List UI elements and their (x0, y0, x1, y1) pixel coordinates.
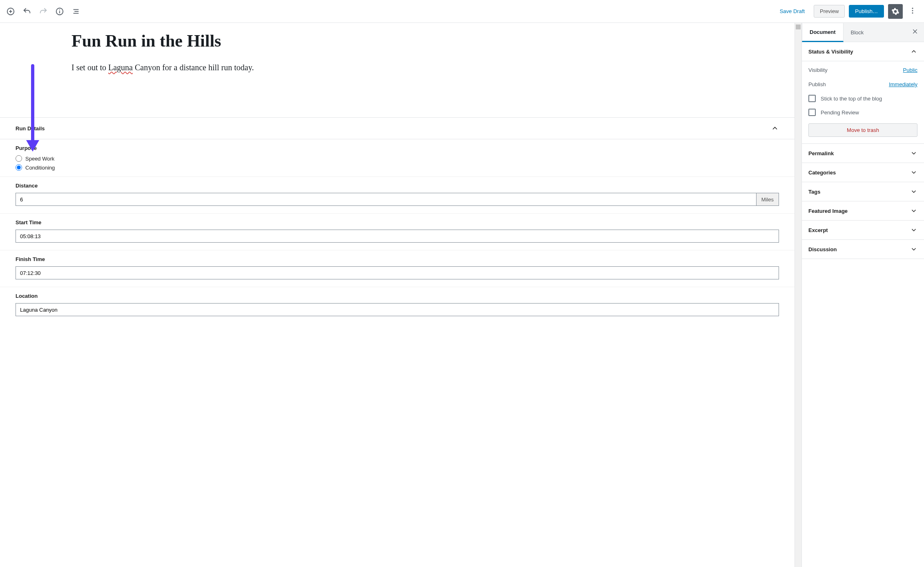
row-publish: Publish Immediately (808, 77, 917, 92)
chevron-down-icon (910, 246, 917, 253)
link-visibility-value[interactable]: Public (903, 67, 917, 73)
paragraph-text-pre: I set out to (71, 63, 108, 72)
panel-tags[interactable]: Tags (802, 182, 924, 201)
chevron-down-icon (910, 188, 917, 195)
radio-speed-work[interactable]: Speed Work (16, 155, 779, 162)
toolbar-right-group: Save Draft Preview Publish… (775, 4, 921, 19)
input-start-time[interactable] (16, 230, 779, 243)
checkbox-box-icon (808, 109, 816, 116)
radio-conditioning[interactable]: Conditioning (16, 164, 779, 171)
metabox-header-run-details[interactable]: Run Details (0, 118, 795, 139)
label-finish-time: Finish Time (16, 256, 779, 262)
panel-categories[interactable]: Categories (802, 163, 924, 182)
editor-scrollbar[interactable] (795, 23, 801, 567)
block-navigation-button[interactable] (69, 4, 83, 19)
svg-point-4 (59, 9, 60, 10)
panel-title-discussion: Discussion (808, 246, 837, 252)
tab-block[interactable]: Block (844, 24, 871, 41)
spellcheck-word: Laguna (108, 63, 133, 72)
move-to-trash-button[interactable]: Move to trash (808, 123, 917, 137)
field-finish-time: Finish Time (0, 250, 795, 287)
radio-input-speed-work[interactable] (16, 155, 22, 162)
undo-icon (22, 7, 31, 16)
redo-icon (39, 7, 48, 16)
field-start-time: Start Time (0, 214, 795, 250)
panel-body-status: Visibility Public Publish Immediately St… (802, 61, 924, 144)
paragraph-text-post: Canyon for a distance hill run today. (133, 63, 254, 72)
row-visibility: Visibility Public (808, 63, 917, 77)
post-paragraph[interactable]: I set out to Laguna Canyon for a distanc… (0, 55, 335, 80)
input-finish-time[interactable] (16, 266, 779, 279)
addon-distance-unit: Miles (757, 193, 779, 206)
more-vertical-icon (908, 7, 917, 15)
panel-title-excerpt: Excerpt (808, 227, 828, 233)
link-publish-value[interactable]: Immediately (889, 81, 917, 87)
annotation-arrow-icon (20, 62, 45, 156)
save-draft-button[interactable]: Save Draft (775, 5, 810, 18)
svg-point-11 (912, 12, 913, 13)
label-visibility: Visibility (808, 67, 828, 73)
list-icon (71, 7, 80, 16)
post-body: Fun Run in the Hills I set out to Laguna… (0, 23, 795, 97)
panel-title-permalink: Permalink (808, 150, 834, 156)
field-location: Location (0, 287, 795, 324)
panel-excerpt[interactable]: Excerpt (802, 221, 924, 240)
chevron-down-icon (910, 226, 917, 234)
info-icon (55, 7, 64, 16)
radio-label-conditioning: Conditioning (25, 165, 55, 171)
chevron-down-icon (910, 169, 917, 176)
field-distance: Distance Miles (0, 177, 795, 214)
panel-permalink[interactable]: Permalink (802, 144, 924, 163)
panel-status-visibility[interactable]: Status & Visibility (802, 42, 924, 61)
panel-title-categories: Categories (808, 170, 836, 176)
field-purpose: Purpose Speed Work Conditioning (0, 139, 795, 177)
undo-button[interactable] (20, 4, 34, 19)
label-distance: Distance (16, 183, 779, 189)
label-start-time: Start Time (16, 219, 779, 225)
gear-icon (891, 7, 899, 16)
chevron-down-icon (910, 150, 917, 157)
svg-point-9 (912, 8, 913, 9)
post-title[interactable]: Fun Run in the Hills (0, 23, 795, 55)
content-info-button[interactable] (52, 4, 67, 19)
checkbox-label-stick: Stick to the top of the blog (821, 96, 882, 102)
more-options-button[interactable] (907, 4, 918, 19)
checkbox-box-icon (808, 95, 816, 102)
panel-title-tags: Tags (808, 189, 820, 195)
settings-toggle-button[interactable] (888, 4, 903, 19)
checkbox-pending-review[interactable]: Pending Review (808, 105, 917, 119)
toolbar-left-group (3, 4, 83, 19)
preview-button[interactable]: Preview (814, 5, 845, 18)
input-location[interactable] (16, 303, 779, 316)
checkbox-label-pending: Pending Review (821, 109, 859, 116)
panel-featured-image[interactable]: Featured Image (802, 201, 924, 221)
panel-title-featured-image: Featured Image (808, 208, 848, 214)
sidebar-tabs: Document Block (802, 23, 924, 42)
label-publish: Publish (808, 81, 826, 87)
chevron-up-icon (910, 48, 917, 55)
top-toolbar: Save Draft Preview Publish… (0, 0, 924, 23)
close-sidebar-button[interactable] (906, 24, 924, 41)
workspace: Fun Run in the Hills I set out to Laguna… (0, 23, 924, 567)
panel-title-status: Status & Visibility (808, 49, 853, 55)
chevron-down-icon (910, 207, 917, 214)
close-icon (912, 28, 918, 35)
tab-document[interactable]: Document (802, 23, 844, 42)
plus-circle-icon (6, 7, 15, 16)
checkbox-stick-top[interactable]: Stick to the top of the blog (808, 92, 917, 105)
radio-input-conditioning[interactable] (16, 164, 22, 171)
settings-sidebar: Document Block Status & Visibility Visib… (801, 23, 924, 567)
panel-discussion[interactable]: Discussion (802, 240, 924, 259)
radio-label-speed-work: Speed Work (25, 156, 54, 162)
redo-button[interactable] (36, 4, 51, 19)
publish-button[interactable]: Publish… (849, 5, 884, 18)
svg-marker-13 (26, 140, 39, 152)
input-distance[interactable] (16, 193, 757, 206)
label-purpose: Purpose (16, 145, 779, 151)
add-block-button[interactable] (3, 4, 18, 19)
label-location: Location (16, 293, 779, 299)
chevron-up-icon (771, 124, 779, 132)
svg-point-10 (912, 10, 913, 11)
editor-canvas: Fun Run in the Hills I set out to Laguna… (0, 23, 795, 567)
